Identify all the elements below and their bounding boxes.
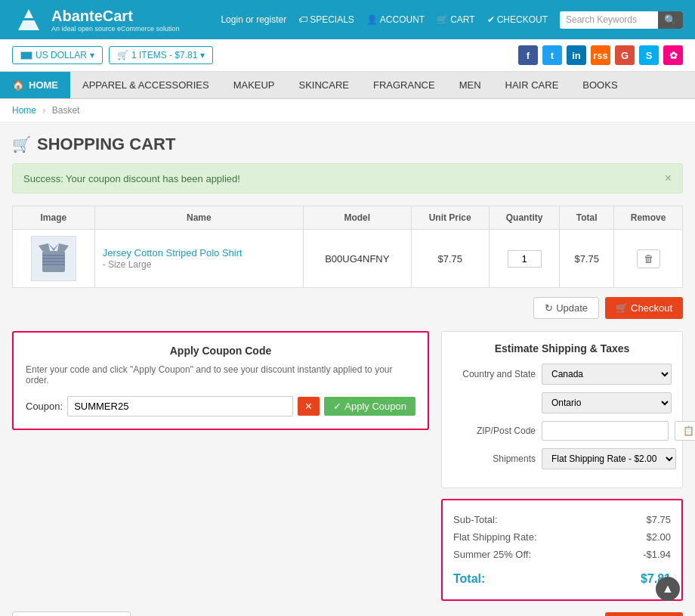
nav-skincare[interactable]: SKINCARE [287,72,361,98]
skype-icon[interactable]: S [639,45,659,65]
product-image-svg [35,240,73,277]
product-name-cell: Jersey Cotton Striped Polo Shirt - Size … [94,230,303,288]
coupon-box: Apply Coupon Code Enter your code and cl… [12,331,429,430]
svg-marker-5 [57,243,69,251]
refresh-icon: ↻ [545,302,553,314]
twitter-icon[interactable]: t [542,45,562,65]
checkout-button-top[interactable]: 🛒 Checkout [605,297,683,319]
page-title-section: 🛒 SHOPPING CART [12,135,683,154]
logo-text: AbanteCart An ideal open source eCommerc… [51,8,180,33]
cart-actions: ↻ Update 🛒 Checkout [12,297,683,319]
nav-home[interactable]: 🏠 HOME [0,72,70,98]
checkmark-icon: ✓ [333,401,341,412]
top-bar: US DOLLAR ▾ 🛒 1 ITEMS - $7.81 ▾ f t in r… [0,39,695,72]
product-thumbnail [31,236,76,281]
breadcrumb: Home › Basket [0,99,695,122]
discount-label: Summer 25% Off: [453,549,531,560]
right-column: Estimate Shipping & Taxes Country and St… [441,331,683,601]
coupon-section: Apply Coupon Code Enter your code and cl… [12,331,429,430]
rss-icon[interactable]: rss [591,45,610,65]
site-header: AbanteCart An ideal open source eCommerc… [0,0,695,39]
chevron-down-icon: ▾ [90,50,94,60]
shipping-row: Flat Shipping Rate: $2.00 [453,528,671,546]
header-nav: Login or register 🏷 SPECIALS 👤 ACCOUNT 🛒… [221,11,683,29]
country-state-group: Country and State Canada [453,364,672,385]
checkout-button-bottom[interactable]: 🛒 Checkout [605,612,683,616]
estimate-icon: 📋 [683,426,694,436]
flag-icon [20,51,32,60]
checkout-link[interactable]: ✔ CHECKOUT [487,14,548,25]
zip-input[interactable] [542,421,669,441]
coupon-input[interactable] [67,396,293,416]
scroll-top-button[interactable]: ▲ [656,577,680,601]
clear-coupon-button[interactable]: ✕ [298,397,320,416]
estimate-button[interactable]: 📋 Estimate [675,421,695,441]
coupon-description: Enter your code and click "Apply Coupon"… [26,364,415,385]
cart-icon-btn: 🛒 [616,302,628,314]
cart-link[interactable]: 🛒 CART [437,14,474,25]
breadcrumb-current: Basket [52,105,80,116]
chevron-down-icon-2: ▾ [200,50,205,60]
cart-summary-button[interactable]: 🛒 1 ITEMS - $7.81 ▾ [109,46,213,64]
top-bar-left: US DOLLAR ▾ 🛒 1 ITEMS - $7.81 ▾ [12,46,213,64]
bottom-actions: → Continue Shopping 🛒 Checkout [12,611,683,616]
search-button[interactable]: 🔍 [658,11,683,29]
alert-close-button[interactable]: × [665,172,672,185]
state-select[interactable]: Ontario [542,392,672,413]
col-image: Image [13,206,95,230]
shipping-rate-value: $2.00 [646,531,671,543]
country-select[interactable]: Canada [542,364,672,385]
linkedin-icon[interactable]: in [567,45,586,65]
cart-icon-small: 🛒 [117,50,128,60]
shipments-select[interactable]: Flat Shipping Rate - $2.00 [542,448,676,469]
zip-label: ZIP/Post Code [453,426,536,436]
svg-rect-8 [42,261,65,262]
facebook-icon[interactable]: f [518,45,538,65]
nav-makeup[interactable]: MAKEUP [221,72,287,98]
two-column-section: Apply Coupon Code Enter your code and cl… [12,331,683,601]
search-input[interactable] [560,11,658,28]
col-model: Model [304,206,412,230]
breadcrumb-home[interactable]: Home [12,105,36,116]
coupon-row: Coupon: ✕ ✓ Apply Coupon [26,396,415,416]
nav-apparel[interactable]: APPAREL & ACCESSORIES [70,72,221,98]
update-cart-button[interactable]: ↻ Update [533,297,599,319]
social-icons: f t in rss G S ✿ [518,45,683,65]
specials-link[interactable]: 🏷 SPECIALS [298,14,354,25]
main-content: 🛒 SHOPPING CART Success: Your coupon dis… [0,122,695,616]
total-label: Total: [453,572,485,586]
quantity-input[interactable] [508,250,542,268]
nav-men[interactable]: MEN [447,72,493,98]
product-name-link[interactable]: Jersey Cotton Striped Polo Shirt [103,247,242,258]
col-name: Name [94,206,303,230]
svg-marker-10 [48,243,59,251]
zip-group: ZIP/Post Code 📋 Estimate [453,421,672,441]
nav-haircare[interactable]: HAIR CARE [493,72,571,98]
table-row: Jersey Cotton Striped Polo Shirt - Size … [13,230,683,288]
coupon-title: Apply Coupon Code [26,345,415,357]
alert-message: Success: Your coupon discount has been a… [23,173,240,184]
state-group: Ontario [453,392,672,413]
logo-icon [12,3,45,36]
breadcrumb-sep: › [42,105,45,116]
remove-item-button[interactable]: 🗑 [637,249,660,268]
product-model-cell: B00UG4NFNY [304,230,412,288]
search-form: 🔍 [560,11,683,29]
shipping-title: Estimate Shipping & Taxes [453,342,672,354]
apply-coupon-button[interactable]: ✓ Apply Coupon [324,397,415,416]
nav-books[interactable]: BOOKS [570,72,629,98]
subtotal-label: Sub-Total: [453,514,498,525]
login-link[interactable]: Login or register [221,14,286,25]
logo[interactable]: AbanteCart An ideal open source eCommerc… [12,3,180,36]
tag-icon: 🏷 [298,14,307,25]
continue-shopping-button[interactable]: → Continue Shopping [12,611,131,616]
google-icon[interactable]: G [615,45,635,65]
account-link[interactable]: 👤 ACCOUNT [366,14,425,25]
currency-selector[interactable]: US DOLLAR ▾ [12,46,103,64]
svg-marker-4 [39,243,50,251]
svg-rect-6 [42,255,65,256]
product-remove-cell: 🗑 [614,230,683,288]
svg-rect-2 [21,18,36,20]
flickr-icon[interactable]: ✿ [663,45,683,65]
nav-fragrance[interactable]: FRAGRANCE [361,72,447,98]
